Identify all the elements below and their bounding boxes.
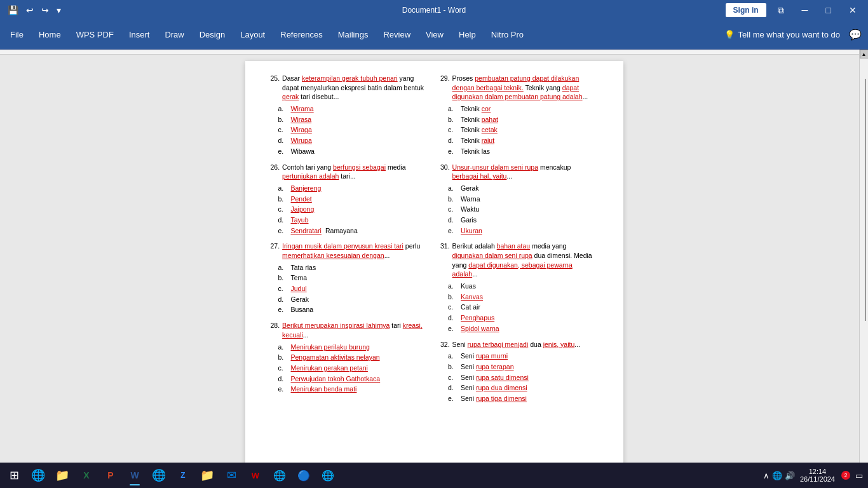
list-item: a.Gerak: [448, 184, 598, 193]
list-item: b.Pendet: [278, 194, 428, 204]
list-item: a.Kuas: [448, 281, 598, 291]
tray-arrow[interactable]: ∧: [763, 471, 770, 480]
restore-down-button[interactable]: ⧉: [771, 3, 790, 18]
list-item: a.Seni rupa murni: [448, 351, 598, 361]
list-item: a.Wirama: [278, 104, 428, 114]
question-25: 25. Dasar keterampilan gerak tubuh penar…: [271, 74, 428, 156]
tab-nitro-pro[interactable]: Nitro Pro: [484, 25, 531, 44]
title-bar-left: 💾 ↩ ↪ ▾: [5, 4, 64, 17]
taskbar-files2[interactable]: 📁: [196, 464, 219, 487]
quick-access-toolbar: 💾 ↩ ↪ ▾: [5, 4, 64, 17]
tab-references[interactable]: References: [273, 25, 330, 44]
question-30: 30. Unsur-unsur dalam seni rupa mencakup…: [440, 163, 598, 236]
q27-num: 27.: [271, 241, 280, 260]
taskbar: ⊞ 🌐 📁 X P W 🌐 Z 📁 ✉ W 🌐 🔵 🌐 ∧ 🌐 🔊 12:14 …: [0, 463, 868, 488]
date-display: 26/11/2024: [800, 475, 835, 483]
undo-button[interactable]: ↩: [24, 4, 36, 17]
clock[interactable]: 12:14 26/11/2024: [800, 468, 835, 483]
list-item: c.Teknik cetak: [448, 125, 598, 135]
start-button[interactable]: ⊞: [3, 464, 25, 487]
taskbar-excel[interactable]: X: [75, 464, 98, 487]
tab-view[interactable]: View: [418, 25, 451, 44]
q27-text: Iringan musik dalam penyusun kreasi tari…: [282, 241, 428, 260]
q31-answers: a.Kuas b.Kanvas c.Cat air d.Penghapus e.…: [440, 281, 598, 333]
network-icon[interactable]: 🌐: [772, 471, 782, 480]
list-item: d.Penghapus: [448, 313, 598, 323]
list-item: c.Menirukan gerakan petani: [278, 363, 428, 373]
tab-design[interactable]: Design: [192, 25, 233, 44]
time-display: 12:14: [800, 468, 835, 475]
system-tray: ∧ 🌐 🔊: [763, 471, 795, 480]
question-31: 31. Berikut adalah bahan atau media yang…: [440, 241, 598, 333]
list-item: e.Spidol warna: [448, 324, 598, 334]
question-26: 26. Contoh tari yang berfungsi sebagai m…: [271, 163, 428, 236]
customize-qa-button[interactable]: ▾: [54, 4, 64, 17]
sign-in-button[interactable]: Sign in: [726, 3, 766, 17]
q28-answers: a.Menirukan perilaku burung b.Pengamatan…: [271, 342, 428, 394]
taskbar-chrome[interactable]: 🌐: [147, 464, 170, 487]
tab-home[interactable]: Home: [31, 25, 69, 44]
list-item: c.Cat air: [448, 302, 598, 312]
save-button[interactable]: 💾: [5, 4, 21, 17]
tab-wps-pdf[interactable]: WPS PDF: [69, 25, 121, 44]
q26-answers: a.Banjereng b.Pendet c.Jaipong d.Tayub e…: [271, 184, 428, 235]
title-bar: 💾 ↩ ↪ ▾ Document1 - Word Sign in ⧉ ─ □ ✕: [0, 0, 868, 20]
close-button[interactable]: ✕: [843, 3, 863, 18]
taskbar-chrome3[interactable]: 🔵: [292, 464, 315, 487]
q31-text: Berikut adalah bahan atau media yang dig…: [452, 241, 598, 279]
tab-review[interactable]: Review: [376, 25, 418, 44]
list-item: e.Seni rupa tiga dimensi: [448, 394, 598, 403]
taskbar-powerpoint[interactable]: P: [99, 464, 122, 487]
list-item: b.Seni rupa terapan: [448, 362, 598, 372]
list-item: b.Wirasa: [278, 115, 428, 125]
list-item: e.Teknik las: [448, 147, 598, 156]
q27-answers: a.Tata rias b.Tema c.Judul d.Gerak e.Bus…: [271, 263, 428, 315]
q26-num: 26.: [271, 163, 280, 181]
taskbar-right: ∧ 🌐 🔊 12:14 26/11/2024 2 ▭: [763, 468, 865, 483]
list-item: c.Judul: [278, 284, 428, 294]
taskbar-mail[interactable]: ✉: [220, 464, 243, 487]
notification-badge[interactable]: 2: [841, 471, 850, 480]
taskbar-zoom[interactable]: Z: [172, 464, 194, 487]
list-item: d.Gerak: [278, 295, 428, 304]
taskbar-wps[interactable]: W: [244, 464, 267, 487]
list-item: d.Perwujudan tokoh Gathotkaca: [278, 374, 428, 384]
tell-me-search[interactable]: 💡 Tell me what you want to do: [719, 27, 845, 42]
list-item: d.Wirupa: [278, 136, 428, 146]
ribbon: File Home WPS PDF Insert Draw Design Lay…: [0, 20, 868, 50]
list-item: c.Jaipong: [278, 205, 428, 214]
scroll-up-button[interactable]: ▲: [860, 50, 869, 58]
tab-file[interactable]: File: [3, 25, 31, 44]
taskbar-edge[interactable]: 🌐: [27, 464, 50, 487]
maximize-button[interactable]: □: [820, 3, 837, 18]
taskbar-chrome2[interactable]: 🌐: [268, 464, 291, 487]
minimize-button[interactable]: ─: [796, 3, 815, 18]
list-item: b.Tema: [278, 273, 428, 283]
list-item: d.Garis: [448, 215, 598, 225]
tab-draw[interactable]: Draw: [157, 25, 191, 44]
comment-icon[interactable]: 💬: [845, 26, 865, 43]
taskbar-word[interactable]: W: [123, 464, 146, 487]
question-28: 28. Berikut merupakan inspirasi lahirnya…: [271, 321, 428, 394]
tab-insert[interactable]: Insert: [121, 25, 158, 44]
list-item: c.Seni rupa satu dimensi: [448, 373, 598, 383]
tab-help[interactable]: Help: [451, 25, 484, 44]
horizontal-ruler: [0, 50, 868, 55]
list-item: e.Menirukan benda mati: [278, 384, 428, 394]
taskbar-chrome4[interactable]: 🌐: [316, 464, 339, 487]
tab-mailings[interactable]: Mailings: [330, 25, 376, 44]
list-item: d.Tayub: [278, 215, 428, 225]
redo-button[interactable]: ↪: [39, 4, 51, 17]
list-item: a.Teknik cor: [448, 104, 598, 114]
list-item: c.Waktu: [448, 205, 598, 214]
question-29: 29. Proses pembuatan patung dapat dilaku…: [440, 74, 598, 156]
question-27: 27. Iringan musik dalam penyusun kreasi …: [271, 241, 428, 315]
show-desktop-button[interactable]: ▭: [855, 471, 863, 480]
vertical-scrollbar[interactable]: ▲ ▼: [859, 50, 868, 471]
tab-layout[interactable]: Layout: [233, 25, 273, 44]
volume-icon[interactable]: 🔊: [785, 471, 795, 480]
document-page: 25. Dasar keterampilan gerak tubuh penar…: [245, 61, 623, 471]
q26-text: Contoh tari yang berfungsi sebagai media…: [282, 163, 428, 181]
taskbar-file-explorer[interactable]: 📁: [51, 464, 74, 487]
q29-text: Proses pembuatan patung dapat dilakukan …: [452, 74, 598, 102]
